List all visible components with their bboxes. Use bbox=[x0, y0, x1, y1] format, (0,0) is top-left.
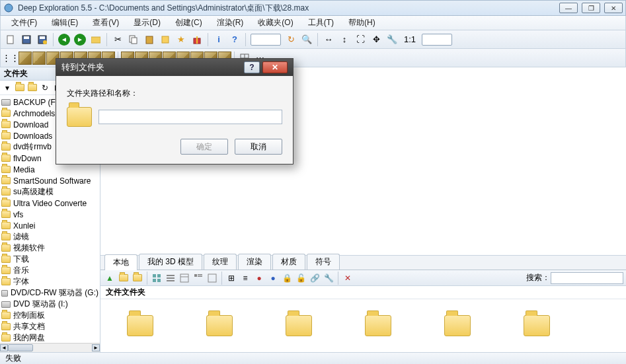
addon-icon[interactable] bbox=[158, 32, 173, 47]
tab-5[interactable]: 符号 bbox=[307, 254, 340, 270]
menu-item-6[interactable]: 收藏夹(O) bbox=[251, 16, 299, 30]
tree-item[interactable]: su高级建模 bbox=[0, 186, 100, 198]
fit-screen-icon[interactable]: ⛶ bbox=[353, 32, 368, 47]
up-folder-icon[interactable] bbox=[14, 82, 26, 94]
scroll-left-icon[interactable]: ◄ bbox=[0, 344, 8, 351]
crosshair-icon[interactable]: ✥ bbox=[369, 32, 383, 47]
paste-icon[interactable] bbox=[142, 32, 157, 47]
help-icon[interactable]: ? bbox=[227, 32, 242, 47]
tree-item[interactable]: DVD 驱动器 (I:) bbox=[0, 299, 100, 310]
tab-4[interactable]: 材质 bbox=[272, 254, 305, 270]
svg-point-6 bbox=[43, 40, 47, 44]
toggle-switch-2[interactable] bbox=[422, 34, 452, 46]
folder-item[interactable] bbox=[127, 315, 153, 336]
zoom-tool-icon[interactable]: 🔍 bbox=[299, 32, 314, 47]
tree-item[interactable]: Xunlei bbox=[0, 220, 100, 231]
gift-icon[interactable] bbox=[190, 32, 204, 47]
favorite-icon[interactable]: ★ bbox=[174, 32, 188, 47]
view-list-icon[interactable] bbox=[164, 272, 177, 285]
tab-2[interactable]: 纹理 bbox=[204, 254, 237, 270]
tag-blue-icon[interactable]: ● bbox=[266, 272, 280, 285]
dialog-close-button[interactable]: ✕ bbox=[262, 61, 288, 73]
menu-item-7[interactable]: 工具(T) bbox=[301, 16, 340, 30]
view-thumbs-icon[interactable] bbox=[192, 272, 205, 285]
ok-button[interactable]: 确定 bbox=[180, 139, 228, 155]
delete-icon[interactable]: ✕ bbox=[341, 272, 354, 285]
folder-item[interactable] bbox=[524, 315, 550, 336]
scroll-right-icon[interactable]: ► bbox=[92, 344, 100, 351]
unlock-icon[interactable]: 🔓 bbox=[294, 272, 307, 285]
tab-3[interactable]: 渲染 bbox=[238, 254, 271, 270]
menu-item-8[interactable]: 帮助(H) bbox=[342, 16, 382, 30]
tab-1[interactable]: 我的 3D 模型 bbox=[139, 254, 202, 270]
link-icon[interactable]: 🔗 bbox=[308, 272, 321, 285]
info-icon[interactable]: i bbox=[212, 32, 226, 47]
nav-forward-button[interactable]: ► bbox=[73, 32, 87, 47]
open-folder-icon[interactable] bbox=[89, 32, 103, 47]
view-details-icon[interactable] bbox=[178, 272, 191, 285]
minimize-button[interactable]: — bbox=[559, 3, 578, 13]
tree-item[interactable]: 共享文档 bbox=[0, 321, 100, 332]
tree-item[interactable]: 视频软件 bbox=[0, 242, 100, 254]
cube-preset-2[interactable] bbox=[32, 52, 46, 65]
up-arrow-icon[interactable]: ▲ bbox=[103, 272, 116, 285]
filter-icon[interactable]: ⊞ bbox=[225, 272, 238, 285]
wrench-icon[interactable]: 🔧 bbox=[385, 32, 399, 47]
cube-preset-1[interactable] bbox=[19, 52, 32, 65]
folder-path-input[interactable] bbox=[98, 110, 282, 124]
tree-item[interactable]: 音乐 bbox=[0, 265, 100, 276]
menu-item-0[interactable]: 文件(F) bbox=[5, 16, 44, 30]
dialog-help-button[interactable]: ? bbox=[244, 61, 260, 73]
collapse-icon[interactable]: ▾ bbox=[1, 82, 13, 94]
tree-item[interactable]: 字体 bbox=[0, 276, 100, 287]
folder-item[interactable] bbox=[286, 315, 312, 336]
save-as-icon[interactable] bbox=[35, 32, 50, 47]
toggle-switch[interactable] bbox=[251, 34, 281, 46]
folder-item[interactable] bbox=[365, 315, 391, 336]
folder-open-icon[interactable] bbox=[117, 272, 130, 285]
save-icon[interactable] bbox=[19, 32, 34, 47]
grip-icon[interactable]: ⋮⋮ bbox=[3, 51, 18, 65]
folder-item[interactable] bbox=[206, 315, 233, 336]
refresh-tree-icon[interactable]: ↻ bbox=[39, 82, 51, 94]
dialog-titlebar[interactable]: 转到文件夹 ? ✕ bbox=[56, 59, 293, 76]
tree-item[interactable]: 滤镜 bbox=[0, 231, 100, 242]
view-tiles-icon[interactable] bbox=[206, 272, 219, 285]
menu-item-1[interactable]: 编辑(E) bbox=[45, 16, 85, 30]
maximize-button[interactable]: ❐ bbox=[582, 3, 600, 13]
folder-new-icon[interactable] bbox=[131, 272, 144, 285]
scroll-thumb[interactable] bbox=[8, 344, 33, 351]
refresh-icon[interactable]: ↻ bbox=[284, 32, 298, 47]
sort-icon[interactable]: ≡ bbox=[239, 272, 252, 285]
tree-item[interactable]: vfs bbox=[0, 209, 100, 220]
fit-height-icon[interactable]: ↕ bbox=[337, 32, 352, 47]
tree-item[interactable]: DVD/CD-RW 驱动器 (G:) bbox=[0, 287, 100, 299]
copy-icon[interactable] bbox=[126, 32, 141, 47]
tree-item[interactable]: Media bbox=[0, 164, 100, 175]
cancel-button[interactable]: 取消 bbox=[235, 139, 282, 155]
tree-item[interactable]: 控制面板 bbox=[0, 310, 100, 321]
fit-width-icon[interactable]: ↔ bbox=[321, 32, 336, 47]
tree-item[interactable]: SmartSound Software bbox=[0, 175, 100, 186]
tree-item[interactable]: Ultra Video Converte bbox=[0, 198, 100, 209]
lock-files-icon[interactable]: 🔒 bbox=[280, 272, 293, 285]
tree-item[interactable]: 我的网盘 bbox=[0, 332, 100, 343]
tree-scrollbar[interactable]: ◄ ► bbox=[0, 343, 100, 352]
menu-item-3[interactable]: 显示(D) bbox=[127, 16, 167, 30]
tag-red-icon[interactable]: ● bbox=[253, 272, 266, 285]
wrench-small-icon[interactable]: 🔧 bbox=[322, 272, 335, 285]
cut-icon[interactable]: ✂ bbox=[110, 32, 125, 47]
tree-item[interactable]: 下载 bbox=[0, 254, 100, 265]
menu-item-2[interactable]: 查看(V) bbox=[86, 16, 126, 30]
menu-item-5[interactable]: 渲染(R) bbox=[210, 16, 251, 30]
nav-back-button[interactable]: ◄ bbox=[57, 32, 71, 47]
close-button[interactable]: ✕ bbox=[604, 3, 623, 13]
menu-item-4[interactable]: 创建(C) bbox=[169, 16, 209, 30]
folder-item[interactable] bbox=[444, 315, 471, 336]
search-input[interactable] bbox=[551, 272, 623, 284]
zoom-ratio[interactable]: 1:1 bbox=[401, 32, 419, 47]
new-file-icon[interactable] bbox=[3, 32, 18, 47]
folder-action-icon[interactable] bbox=[26, 82, 38, 94]
view-large-icon[interactable] bbox=[150, 272, 163, 285]
tab-0[interactable]: 本地 bbox=[104, 254, 137, 270]
